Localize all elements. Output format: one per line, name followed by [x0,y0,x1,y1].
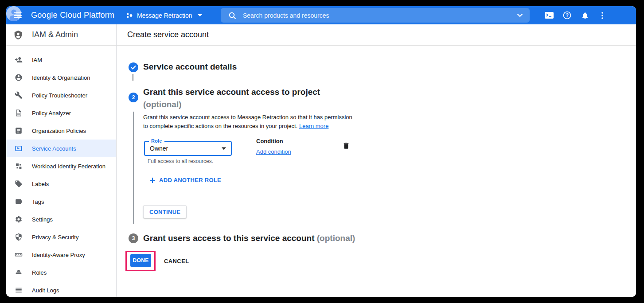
sidebar-item-label: Privacy & Security [32,234,78,241]
project-switcher[interactable]: Message Retraction [126,6,202,24]
step1-completed-check-icon [129,62,138,72]
label-tag-icon [15,180,23,188]
sidebar-title: IAM & Admin [32,30,78,39]
page-title: Create service account [127,30,209,39]
svg-text:?: ? [566,12,569,18]
brand-title[interactable]: Google Cloud Platform [31,6,114,24]
search-bar[interactable] [221,8,530,23]
step2-heading: Grant this service account access to pro… [143,86,320,111]
help-icon[interactable]: ? [562,6,572,24]
sidebar-item-identity-organization[interactable]: Identity & Organization [6,69,116,86]
service-accounts-icon [15,144,23,152]
done-button[interactable]: DONE [130,254,151,267]
shield-icon [15,233,23,241]
description-line2: to complete specific actions on the reso… [143,122,352,131]
more-options-icon[interactable] [599,6,605,24]
step3-title: Grant users access to this service accou… [143,233,315,243]
sidebar-header: IAM & Admin [6,24,116,46]
sidebar-item-label: Organization Policies [32,128,86,134]
roles-hat-icon [15,268,23,276]
step2-number-badge: 2 [129,93,138,102]
continue-button[interactable]: CONTINUE [143,205,187,218]
sidebar-item-iam[interactable]: IAM [6,51,116,69]
sidebar-item-service-accounts[interactable]: Service Accounts [6,140,116,157]
step3-heading: Grant users access to this service accou… [143,233,355,243]
step2-optional-label: (optional) [143,98,320,111]
sidebar-item-label: Identity-Aware Proxy [32,252,85,258]
role-select-caret-icon [222,148,226,150]
menu-icon[interactable] [14,12,22,18]
role-select[interactable]: Role Owner [144,141,232,156]
main-panel: Create service account Service account d… [117,24,636,297]
search-chevron-down-icon[interactable] [517,13,523,17]
role-helper-text: Full access to all resources. [148,158,213,164]
cloud-shell-icon[interactable] [543,6,555,24]
person-add-icon [15,56,23,64]
search-input[interactable] [243,12,517,19]
iam-admin-shield-icon [13,30,23,40]
step2-connector-line [133,112,134,224]
search-icon [228,12,236,19]
sidebar-item-privacy-security[interactable]: Privacy & Security [6,228,116,246]
sidebar-item-label: Policy Analyzer [32,110,71,117]
sidebar-item-identity-aware-proxy[interactable]: Identity-Aware Proxy [6,246,116,264]
step-connector [133,74,133,81]
identity-icon [15,74,23,82]
sidebar-item-organization-policies[interactable]: Organization Policies [6,122,116,140]
learn-more-link[interactable]: Learn more [299,123,328,129]
wrench-icon [15,91,23,99]
sidebar-item-policy-troubleshooter[interactable]: Policy Troubleshooter [6,86,116,104]
gear-icon [15,215,23,223]
step3-optional-label: (optional) [317,233,355,243]
proxy-icon [15,251,23,259]
step3-number-badge: 3 [129,233,138,243]
step2-title: Grant this service account access to pro… [143,86,320,98]
sidebar-item-label: Identity & Organization [32,74,90,81]
sidebar-item-label: Tags [32,198,44,205]
sidebar-item-label: Roles [32,269,47,276]
sidebar-item-labels[interactable]: Labels [6,175,116,193]
create-service-account-form: Service account details 2 Grant this ser… [117,46,636,297]
add-condition-link[interactable]: Add condition [256,148,291,155]
condition-label: Condition [256,138,283,144]
sidebar-item-label: Workload Identity Federation [32,163,105,170]
notifications-bell-icon[interactable] [580,6,590,24]
top-app-bar: Google Cloud Platform Message Retraction… [6,6,636,24]
project-logo-icon [126,12,133,19]
audit-logs-icon [15,286,23,294]
delete-role-icon[interactable] [341,141,351,151]
sidebar-item-tags[interactable]: Tags [6,193,116,210]
workload-identity-icon [15,162,23,170]
sidebar-item-label: Settings [32,216,53,223]
sidebar: IAM & Admin IAM Identity & Organization … [6,24,117,297]
sidebar-item-label: IAM [32,57,42,63]
sidebar-item-settings[interactable]: Settings [6,210,116,228]
sidebar-item-policy-analyzer[interactable]: Policy Analyzer [6,104,116,122]
role-select-label: Role [149,138,164,144]
plus-icon [149,177,156,183]
sidebar-item-label: Audit Logs [32,287,59,294]
sidebar-item-label: Labels [32,181,49,187]
role-select-value: Owner [150,145,168,152]
tag-arrow-icon [15,198,23,206]
sidebar-item-audit-logs[interactable]: Audit Logs [6,281,116,297]
sidebar-item-label: Service Accounts [32,145,76,152]
description-line1: Grant this service account access to Mes… [143,113,352,122]
sidebar-item-roles[interactable]: Roles [6,264,116,281]
add-another-role-button[interactable]: ADD ANOTHER ROLE [149,177,221,183]
chevron-down-icon [198,14,202,16]
cancel-button[interactable]: CANCEL [164,258,189,264]
page-header: Create service account [117,24,636,46]
sidebar-nav: IAM Identity & Organization Policy Troub… [6,46,116,297]
policy-analyzer-icon [15,109,23,117]
sidebar-item-workload-identity-federation[interactable]: Workload Identity Federation [6,157,116,175]
project-name: Message Retraction [137,12,192,19]
sidebar-item-label: Policy Troubleshooter [32,92,87,99]
step1-title: Service account details [143,62,237,72]
org-policies-icon [15,127,23,135]
gcp-console-window: Google Cloud Platform Message Retraction… [6,6,636,297]
step2-description: Grant this service account access to Mes… [143,113,352,131]
